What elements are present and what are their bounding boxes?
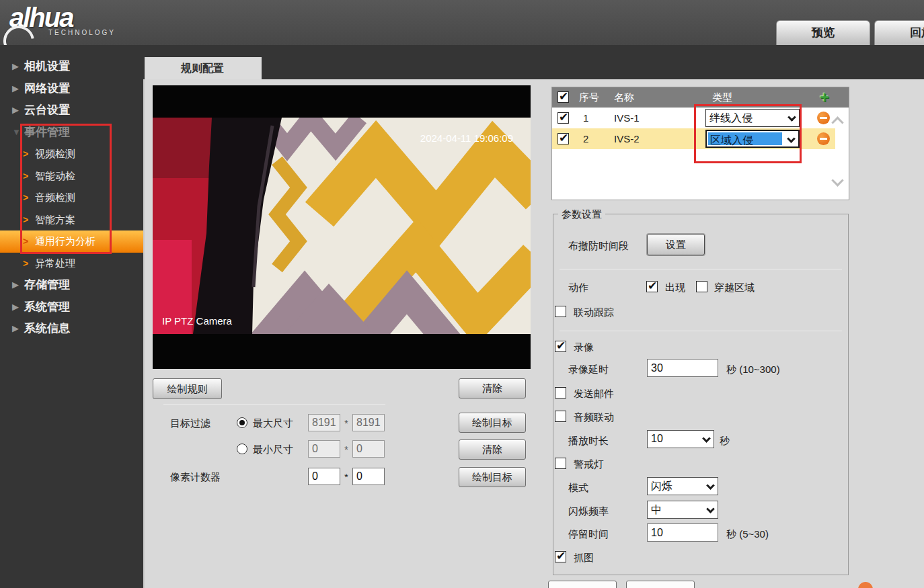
sidebar-item-storage[interactable]: ▶存储管理 (0, 274, 145, 296)
col-seq: 序号 (579, 91, 599, 104)
max-size-label: 最大尺寸 (253, 417, 293, 430)
schedule-set-button[interactable]: 设置 (647, 234, 705, 255)
sidebar-item-camera[interactable]: ▶相机设置 (0, 56, 145, 78)
sidebar-item-network[interactable]: ▶网络设置 (0, 78, 145, 100)
triangle-right-icon: ▶ (12, 318, 19, 340)
chevron-down-icon (787, 113, 796, 122)
min-size-label: 最小尺寸 (253, 444, 293, 456)
divider (560, 269, 842, 269)
sidebar-item-abnormal[interactable]: >异常处理 (0, 253, 145, 275)
min-height-input[interactable] (352, 440, 385, 458)
type-select-focused[interactable]: 区域入侵 (705, 130, 800, 148)
snapshot-checkbox[interactable] (555, 551, 566, 562)
appear-checkbox[interactable] (646, 281, 658, 292)
select-all-checkbox[interactable] (557, 91, 569, 103)
flicker-freq-select[interactable]: 中 (647, 501, 718, 519)
triangle-right-icon: ▶ (12, 56, 19, 78)
row-checkbox[interactable] (557, 112, 569, 124)
triangle-right-icon: ▶ (12, 99, 19, 122)
add-rule-icon[interactable]: + (820, 88, 829, 107)
divider (163, 404, 385, 405)
sidebar-item-smart-plan[interactable]: >智能方案 (0, 209, 145, 231)
param-settings-legend: 参数设置 (558, 208, 605, 221)
sidebar-item-system[interactable]: ▶系统管理 (0, 296, 145, 319)
record-label: 录像 (574, 341, 594, 354)
draw-target-button-2[interactable]: 绘制目标 (459, 467, 526, 487)
chevron-right-icon: > (23, 165, 28, 187)
video-timestamp: 2024-04-11 19:06:09 (420, 132, 513, 144)
clear-rule-button[interactable]: 清除 (459, 378, 526, 398)
max-width-input[interactable] (308, 414, 340, 431)
chevron-down-icon (706, 505, 715, 513)
triangle-down-icon: ▼ (12, 122, 21, 144)
delete-rule-icon[interactable] (817, 112, 830, 124)
rule-table: 序号 名称 类型 + 1 IVS-1 绊线入侵 2 IVS-2 区域入侵 (551, 87, 849, 200)
record-delay-input[interactable] (647, 359, 718, 377)
preview-button[interactable]: 预览 (776, 20, 870, 45)
min-size-radio[interactable] (237, 444, 247, 454)
play-duration-select[interactable]: 10 (647, 430, 714, 448)
snapshot-label: 抓图 (574, 552, 594, 564)
min-width-input[interactable] (308, 440, 340, 458)
play-duration-unit: 秒 (720, 435, 730, 448)
chevron-down-icon (702, 434, 711, 443)
clear-target-button[interactable]: 清除 (459, 439, 526, 460)
warning-light-checkbox[interactable] (555, 458, 566, 469)
draw-rule-button[interactable]: 绘制规则 (153, 378, 222, 399)
sidebar-item-ivs-active[interactable]: >通用行为分析 (0, 230, 145, 253)
play-duration-label: 播放时长 (568, 435, 609, 448)
flicker-freq-label: 闪烁频率 (568, 505, 609, 518)
cross-region-checkbox[interactable] (696, 281, 707, 292)
dahua-logo: alhua TECHNOLOGY (9, 3, 116, 36)
star-separator: * (344, 444, 348, 455)
record-delay-unit: 秒 (10~300) (726, 364, 780, 376)
bottom-button-partial[interactable] (548, 581, 617, 588)
sidebar-item-video-detect[interactable]: >视频检测 (0, 143, 145, 165)
camera-name-overlay: IP PTZ Camera (162, 315, 233, 327)
action-label: 动作 (568, 282, 588, 294)
sidebar-item-audio-detect[interactable]: >音频检测 (0, 187, 145, 209)
row-checkbox[interactable] (557, 133, 569, 144)
sidebar-item-ptz[interactable]: ▶云台设置 (0, 99, 145, 122)
pixel-counter-label: 像素计数器 (170, 471, 221, 484)
stay-time-unit: 秒 (5~30) (726, 528, 769, 541)
tab-rule-config[interactable]: 规则配置 (143, 57, 262, 79)
star-separator: * (344, 417, 348, 429)
max-height-input[interactable] (352, 414, 385, 431)
col-type: 类型 (712, 91, 732, 104)
chevron-right-icon: > (23, 253, 28, 275)
chevron-right-icon: > (23, 209, 28, 231)
link-track-checkbox[interactable] (555, 306, 566, 317)
playback-button[interactable]: 回放 (874, 20, 924, 45)
table-row-selected[interactable]: 2 IVS-2 区域入侵 (552, 128, 835, 149)
pixel-height-input[interactable] (352, 468, 385, 485)
sidebar-item-event[interactable]: ▼事件管理 (0, 122, 145, 144)
delete-rule-icon[interactable] (817, 132, 830, 145)
triangle-right-icon: ▶ (12, 78, 19, 100)
scroll-down-icon[interactable] (831, 174, 843, 186)
record-checkbox[interactable] (555, 341, 566, 352)
chevron-right-icon: > (23, 187, 28, 209)
max-size-radio[interactable] (237, 417, 247, 428)
bottom-button-partial[interactable] (626, 581, 695, 588)
draw-target-button[interactable]: 绘制目标 (459, 413, 526, 433)
video-preview-canvas[interactable]: 2024-04-11 19:06:09 IP PTZ Camera (153, 85, 531, 369)
triangle-right-icon: ▶ (12, 274, 19, 296)
chevron-right-icon: > (23, 230, 28, 253)
selected-option-highlight: 区域入侵 (708, 132, 782, 145)
cross-region-label: 穿越区域 (714, 282, 755, 294)
chevron-down-icon (706, 481, 715, 490)
stay-time-input[interactable] (647, 523, 718, 542)
sidebar: ▶相机设置 ▶网络设置 ▶云台设置 ▼事件管理 >视频检测 >智能动检 >音频检… (0, 45, 145, 588)
chevron-right-icon: > (23, 143, 28, 165)
send-email-checkbox[interactable] (555, 387, 566, 398)
pixel-width-input[interactable] (308, 468, 340, 485)
sidebar-separator (143, 79, 145, 588)
sidebar-item-smart-motion[interactable]: >智能动检 (0, 165, 145, 187)
table-row[interactable]: 1 IVS-1 绊线入侵 (552, 108, 849, 128)
warning-light-label: 警戒灯 (574, 458, 604, 471)
sidebar-item-sysinfo[interactable]: ▶系统信息 (0, 318, 145, 340)
audio-link-checkbox[interactable] (555, 411, 566, 422)
mode-select[interactable]: 闪烁 (647, 477, 718, 495)
type-select[interactable]: 绊线入侵 (705, 109, 800, 127)
